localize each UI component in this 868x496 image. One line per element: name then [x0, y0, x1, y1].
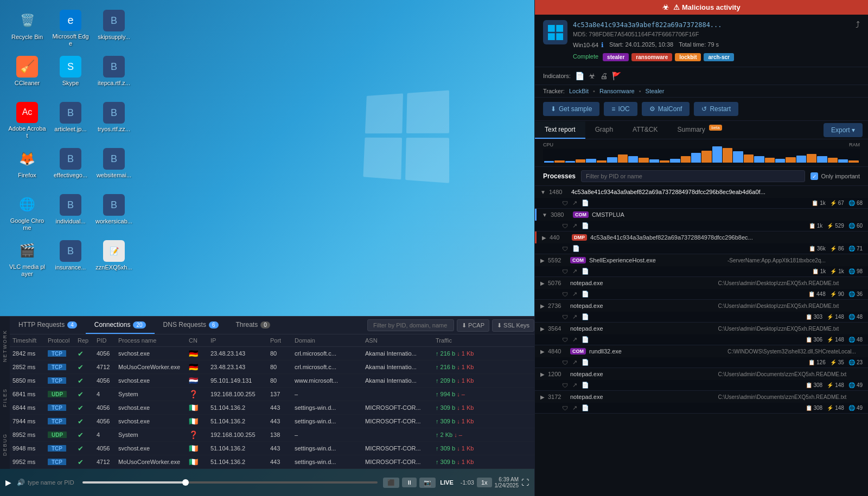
speed-control[interactable]: 1x [477, 478, 492, 487]
share-proc-icon[interactable]: ↗ [572, 336, 577, 343]
expand-chevron[interactable]: ▶ [540, 349, 545, 355]
shield-icon[interactable]: 🛡 [562, 223, 568, 229]
desktop-icon-workersicab[interactable]: B workersicab... [92, 190, 136, 236]
desktop-icon-zznexq5xh[interactable]: 📝 zznEXQ5xh... [92, 236, 136, 282]
ioc-button[interactable]: ≡ IOC [604, 102, 637, 116]
shield-icon[interactable]: 🛡 [562, 405, 568, 411]
file-icon[interactable]: 📄 [582, 382, 589, 389]
desktop-icon-recycle-bin[interactable]: 🗑️ Recycle Bin [5, 5, 49, 51]
shield-icon[interactable]: 🛡 [562, 337, 568, 343]
indicator-flag-icon[interactable]: 🚩 [612, 72, 621, 80]
network-table-row[interactable]: 5850 ms TCP ✔ 4056 svchost.exe 🇳🇱 95.101… [10, 374, 534, 388]
get-sample-button[interactable]: ⬇ Get sample [543, 102, 599, 116]
restart-button[interactable]: ↺ Restart [694, 102, 738, 116]
volume-icon[interactable]: 🔊 [17, 479, 25, 486]
process-row[interactable]: ▶ 5076 notepad.exe C:\Users\admin\Deskto… [535, 277, 868, 289]
share-button[interactable]: ⤴ [856, 20, 860, 30]
tracker-ransomware[interactable]: Ransomware [599, 88, 635, 94]
share-proc-icon[interactable]: ↗ [572, 382, 577, 389]
tab-graph[interactable]: Graph [585, 121, 623, 139]
expand-chevron[interactable]: ▶ [542, 235, 546, 241]
indicator-bio-icon[interactable]: ☣ [589, 72, 596, 80]
expand-chevron[interactable]: ▼ [542, 212, 547, 218]
file-icon[interactable]: 📄 [582, 291, 589, 298]
desktop-icon-articleet[interactable]: B articleet.jp... [49, 98, 92, 144]
tab-attck[interactable]: ATT&CK [623, 121, 667, 139]
desktop-icon-insurance[interactable]: B insurance... [49, 236, 92, 282]
pcap-button[interactable]: ⬇ PCAP [457, 319, 489, 332]
network-table-row[interactable]: 9948 ms TCP ✔ 4056 svchost.exe 🇮🇪 51.104… [10, 442, 534, 455]
file-icon[interactable]: 📄 [582, 199, 589, 207]
network-table-row[interactable]: 8952 ms UDP ✔ 4 System ❓ 192.168.100.255… [10, 428, 534, 442]
only-important-toggle[interactable]: ✓ Only important [810, 172, 860, 180]
desktop-icon-ccleaner[interactable]: 🧹 CCleaner [5, 51, 49, 98]
expand-chevron[interactable]: ▶ [540, 326, 545, 332]
network-filter-input[interactable] [367, 319, 454, 331]
processes-filter-input[interactable] [581, 170, 805, 182]
network-table-row[interactable]: 6841 ms UDP ✔ 4 System ❓ 192.168.100.255… [10, 388, 534, 401]
indicator-doc-icon[interactable]: 📄 [575, 72, 584, 80]
file-icon[interactable]: 📄 [582, 268, 589, 275]
stop-button[interactable]: ⬛ [383, 478, 399, 488]
tab-threats[interactable]: Threats 0 [227, 317, 279, 334]
tab-text-report[interactable]: Text report [535, 121, 585, 139]
shield-icon[interactable]: 🛡 [562, 268, 568, 275]
expand-chevron[interactable]: ▶ [540, 280, 545, 286]
network-table-row[interactable]: 9952 ms TCP ✔ 4712 MoUsoCoreWorker.exe 🇮… [10, 455, 534, 469]
network-table-row[interactable]: 6844 ms TCP ✔ 4056 svchost.exe 🇮🇪 51.104… [10, 401, 534, 415]
file-icon[interactable]: 📄 [582, 404, 589, 411]
screenshot-button[interactable]: 📷 [419, 478, 436, 488]
file-icon[interactable]: 📄 [582, 336, 589, 343]
desktop-icon-tryos[interactable]: B tryos.rtf.zz... [92, 98, 136, 144]
share-proc-icon[interactable]: ↗ [572, 222, 577, 229]
desktop-icon-websitemai[interactable]: B websitemai... [92, 144, 136, 190]
shield-icon[interactable]: 🛡 [562, 291, 568, 298]
play-button[interactable]: ▶ [5, 478, 11, 487]
desktop-icon-individual[interactable]: B individual... [49, 190, 92, 236]
process-row[interactable]: ▼ 1480 4c53a8e41c934a3a9abef822a69a73728… [535, 186, 868, 198]
tab-summary[interactable]: Summary beta [668, 121, 732, 139]
share-proc-icon[interactable]: ↗ [572, 313, 577, 320]
network-table-row[interactable]: 2852 ms TCP ✔ 4712 MoUsoCoreWorker.exe 🇩… [10, 360, 534, 374]
shield-icon[interactable]: 🛡 [562, 382, 568, 389]
desktop-icon-firefox[interactable]: 🦊 Firefox [5, 144, 49, 190]
file-icon[interactable]: 📄 [582, 313, 589, 320]
desktop-icon-itepca[interactable]: B itepca.rtf.z... [92, 51, 136, 98]
tracker-stealer[interactable]: Stealer [646, 88, 665, 94]
shield-icon[interactable]: 🛡 [562, 200, 568, 207]
process-row[interactable]: ▶ 1200 notepad.exe C:\Users\admin\Docume… [535, 368, 868, 380]
share-proc-icon[interactable]: ↗ [572, 359, 577, 366]
expand-button[interactable]: ⛶ [521, 478, 529, 487]
process-row[interactable]: ▶ 5592 COM ShellExperienceHost.exe -Serv… [535, 254, 868, 266]
file-icon[interactable]: 📄 [582, 222, 589, 229]
expand-chevron[interactable]: ▶ [540, 371, 545, 377]
shield-icon[interactable]: 🛡 [562, 359, 568, 366]
export-button[interactable]: Export ▾ [824, 123, 863, 137]
desktop-icon-vlc[interactable]: 🎬 VLC media player [5, 236, 49, 282]
pause-button[interactable]: ⏸ [402, 478, 417, 487]
malconf-button[interactable]: ⚙ MalConf [642, 102, 690, 116]
indicator-print-icon[interactable]: 🖨 [600, 72, 608, 80]
expand-chevron[interactable]: ▶ [540, 257, 545, 263]
process-row[interactable]: ▶ 3564 notepad.exe C:\Users\admin\Deskto… [535, 323, 868, 334]
process-row[interactable]: ▶ 4840 COM rundll32.exe C:\WINDOWS\Syste… [535, 345, 868, 357]
shield-icon[interactable]: 🛡 [562, 246, 568, 252]
process-row[interactable]: ▶ 2736 notepad.exe C:\Users\admin\Deskto… [535, 300, 868, 312]
tab-http-requests[interactable]: HTTP Requests 4 [10, 317, 86, 334]
network-table-row[interactable]: 2842 ms TCP ✔ 4056 svchost.exe 🇩🇪 23.48.… [10, 347, 534, 360]
desktop-icon-adobe[interactable]: Ac Adobe Acrobat [5, 98, 49, 144]
share-proc-icon[interactable]: ↗ [572, 199, 577, 207]
file-icon[interactable]: 📄 [582, 359, 589, 366]
tab-connections[interactable]: Connections 20 [86, 317, 155, 334]
only-important-checkbox[interactable]: ✓ [810, 172, 818, 180]
process-row[interactable]: ▶ 3172 notepad.exe C:\Users\admin\Docume… [535, 391, 868, 403]
file-icon[interactable]: 📄 [572, 245, 580, 252]
os-info-icon[interactable]: ℹ [601, 41, 604, 49]
expand-chevron[interactable]: ▶ [540, 303, 545, 309]
desktop-icon-skype[interactable]: S Skype [49, 51, 92, 98]
share-proc-icon[interactable]: ↗ [572, 291, 577, 298]
share-proc-icon[interactable]: ↗ [572, 404, 577, 411]
desktop-icon-chrome[interactable]: 🌐 Google Chrome [5, 190, 49, 236]
desktop-icon-effectivego[interactable]: B effectivego... [49, 144, 92, 190]
expand-chevron[interactable]: ▼ [540, 189, 546, 195]
